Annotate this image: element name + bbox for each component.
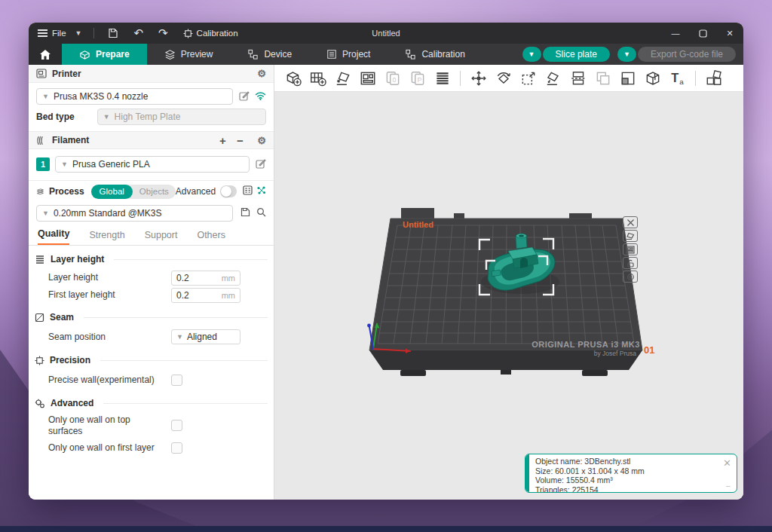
scale-icon[interactable] (516, 67, 541, 90)
advanced-label: Advanced (176, 186, 216, 197)
tab-device[interactable]: Device (230, 44, 309, 65)
slice-plate-button[interactable]: Slice plate (543, 47, 610, 62)
export-dropdown-button[interactable]: ▼ (617, 47, 636, 62)
edit-printer-icon[interactable] (239, 90, 250, 103)
project-icon (326, 49, 337, 60)
move-icon[interactable] (466, 67, 491, 90)
device-icon (247, 49, 259, 60)
plate-foot (400, 370, 426, 376)
home-button[interactable] (29, 44, 62, 65)
slice-dropdown-button[interactable]: ▼ (522, 47, 541, 62)
tab-quality[interactable]: Quality (38, 228, 69, 245)
delete-plate-button[interactable] (623, 216, 638, 228)
text-shape-icon[interactable]: Ta (665, 67, 690, 90)
close-button[interactable]: ✕ (716, 23, 743, 44)
precise-wall-checkbox[interactable] (171, 375, 182, 386)
auto-orient-icon[interactable] (330, 67, 355, 90)
tab-project[interactable]: Project (309, 44, 388, 65)
seam-icon (35, 313, 44, 323)
seam-section-header: Seam (29, 307, 274, 327)
advanced-icon (35, 399, 45, 408)
plate-name-label[interactable]: Untitled (403, 220, 433, 229)
lay-on-face-icon[interactable] (541, 67, 565, 90)
process-preset-select[interactable]: ▼ 0.20mm Standard @MK3S (36, 205, 233, 222)
info-minimize-icon[interactable]: − (726, 482, 731, 491)
printer-settings-gear-icon[interactable]: ⚙ (257, 69, 266, 78)
seam-position-select[interactable]: ▼ Aligned (171, 329, 240, 344)
tab-strength[interactable]: Strength (89, 230, 124, 245)
plate-settings-button[interactable] (623, 271, 638, 283)
redo-button[interactable]: ↷ (154, 26, 173, 40)
filament-index-badge: 1 (36, 157, 50, 171)
settings-list-icon[interactable] (243, 185, 253, 197)
cut-icon[interactable] (565, 67, 590, 90)
export-gcode-button[interactable]: Export G-code file (638, 47, 736, 62)
home-icon (39, 49, 51, 60)
first-layer-height-input[interactable]: 0.2 mm (171, 288, 240, 303)
save-project-button[interactable] (103, 28, 123, 38)
variable-layer-height-icon[interactable] (430, 67, 455, 90)
tab-support[interactable]: Support (145, 230, 178, 245)
edit-filament-icon[interactable] (256, 158, 266, 171)
viewport-3d[interactable]: Untitled ORIGINAL PRUSA i3 MK3 by Josef … (274, 92, 743, 500)
calibration-tab-icon (405, 49, 416, 60)
chevron-down-icon: ▼ (42, 93, 49, 100)
seam-painting-icon[interactable] (640, 67, 665, 90)
global-segment[interactable]: Global (91, 185, 133, 199)
compare-params-icon[interactable] (256, 185, 266, 197)
support-painting-icon[interactable] (615, 67, 640, 90)
arrange-icon[interactable] (355, 67, 380, 90)
tab-prepare[interactable]: Prepare (62, 44, 147, 65)
titlebar: Untitled File ▼ ↶ ↷ Calibration — ✕ (29, 23, 743, 44)
filament-preset-select[interactable]: ▼ Prusa Generic PLA (55, 156, 250, 173)
remove-filament-button[interactable]: − (234, 134, 246, 147)
tab-preview[interactable]: Preview (147, 44, 231, 65)
advanced-toggle[interactable] (220, 185, 237, 197)
lock-plate-button[interactable] (623, 257, 638, 269)
layer-height-input[interactable]: 0.2 mm (171, 271, 240, 286)
info-close-icon[interactable]: ✕ (723, 457, 731, 469)
main-tabbar: Prepare Preview Device Project Calibrati… (29, 44, 743, 65)
filament-settings-gear-icon[interactable]: ⚙ (257, 136, 266, 145)
minimize-button[interactable]: — (662, 23, 689, 44)
global-objects-toggle[interactable]: Global Objects (91, 185, 176, 199)
only-one-wall-first-layer-checkbox[interactable] (171, 442, 182, 454)
filament-icon (36, 136, 47, 145)
file-menu[interactable]: File (38, 28, 66, 38)
bed-type-select[interactable]: ▼ High Temp Plate (97, 109, 266, 125)
toolbar-separator (695, 71, 696, 86)
tab-others[interactable]: Others (197, 230, 225, 245)
setting-row: Layer height 0.2 mm (29, 269, 274, 286)
maximize-button[interactable] (689, 23, 716, 44)
add-object-icon[interactable] (280, 67, 305, 90)
object-info-panel: Object name: 3DBenchy.stl Size: 60.001 x… (525, 454, 737, 493)
object-name: Object name: 3DBenchy.stl (535, 457, 731, 466)
assembly-view-icon[interactable] (701, 67, 726, 90)
rotate-icon[interactable] (491, 67, 516, 90)
plate-foot (501, 370, 511, 375)
plate-brand-label: ORIGINAL PRUSA i3 MK3 (532, 340, 640, 349)
preview-icon (164, 49, 176, 60)
objects-segment[interactable]: Objects (133, 187, 176, 196)
search-settings-icon[interactable] (256, 207, 266, 219)
only-one-wall-top-checkbox[interactable] (171, 420, 182, 431)
prepare-icon (79, 49, 90, 60)
file-menu-chevron-icon[interactable]: ▼ (72, 29, 85, 37)
orient-plate-button[interactable] (623, 230, 638, 242)
split-to-parts-icon[interactable]: P (405, 67, 430, 90)
wifi-connection-icon[interactable] (255, 91, 266, 102)
settings-sidebar: Printer ⚙ ▼ Prusa MK3S 0.4 nozzle Bed ty… (29, 65, 274, 500)
save-preset-icon[interactable] (240, 207, 250, 219)
precision-section-header: Precision (29, 350, 274, 370)
tab-calibration[interactable]: Calibration (388, 44, 482, 65)
printer-preset-select[interactable]: ▼ Prusa MK3S 0.4 nozzle (36, 88, 233, 105)
toolbar-separator (460, 71, 461, 86)
calibration-menu[interactable]: Calibration (179, 29, 243, 38)
split-to-objects-icon[interactable]: 0 (380, 67, 405, 90)
chevron-down-icon: ▼ (61, 161, 68, 168)
add-plate-icon[interactable] (305, 67, 330, 90)
undo-button[interactable]: ↶ (129, 26, 148, 40)
clone-icon[interactable] (590, 67, 615, 90)
add-filament-button[interactable]: + (216, 134, 228, 147)
arrange-plate-button[interactable] (623, 243, 638, 255)
